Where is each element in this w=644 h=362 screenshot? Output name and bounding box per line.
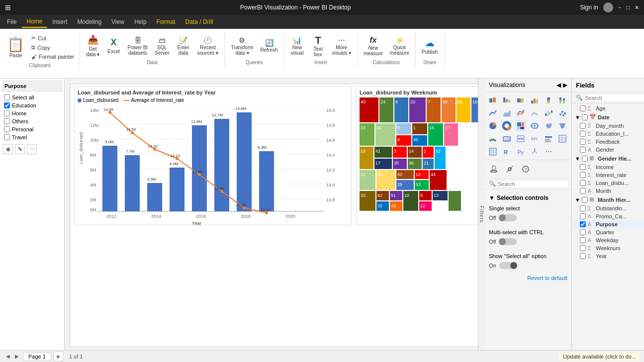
- viz-scatter[interactable]: [556, 107, 568, 119]
- quick-measure-button[interactable]: ⚡ Quickmeasure: [387, 32, 412, 60]
- bar-2019[interactable]: [259, 151, 274, 211]
- sign-in-button[interactable]: Sign in: [580, 4, 598, 11]
- filter-travel-checkbox[interactable]: [4, 134, 10, 140]
- filters-toggle[interactable]: Filters: [478, 79, 485, 350]
- viz-ribbon[interactable]: [529, 107, 541, 119]
- filter-action-edit[interactable]: ✎: [15, 144, 25, 154]
- new-visual-button[interactable]: 📊 Newvisual: [287, 32, 307, 60]
- field-age[interactable]: Σ Age: [572, 104, 644, 112]
- excel-button[interactable]: X Excel: [104, 32, 124, 60]
- viz-analytics-icon[interactable]: [503, 162, 517, 176]
- viz-more[interactable]: ⋯: [543, 146, 554, 158]
- field-month[interactable]: A Month: [572, 187, 644, 195]
- field-gender-checkbox[interactable]: [580, 147, 586, 153]
- viz-back-icon[interactable]: ◀: [556, 82, 561, 89]
- field-interest-rate[interactable]: Σ Interest_rate: [572, 171, 644, 179]
- field-interest-rate-checkbox[interactable]: [580, 172, 586, 178]
- viz-treemap[interactable]: [515, 120, 527, 132]
- format-painter-button[interactable]: 🖌 Format painter: [29, 53, 77, 61]
- field-loan-disbursed-checkbox[interactable]: [580, 180, 586, 186]
- filter-action-filter[interactable]: ⊗: [3, 144, 13, 154]
- menu-item-format[interactable]: Format: [152, 16, 181, 27]
- field-gender-hier-checkbox[interactable]: [582, 156, 588, 162]
- viz-line-stacked[interactable]: [515, 107, 527, 119]
- bar-2014[interactable]: [147, 183, 162, 211]
- text-box-button[interactable]: T Textbox: [308, 32, 328, 60]
- viz-clustered-bar[interactable]: [501, 94, 513, 106]
- field-day-month[interactable]: Σ Day_month: [572, 122, 644, 130]
- field-weeknum-checkbox[interactable]: [580, 245, 586, 251]
- get-data-button[interactable]: 📥 Getdata ▾: [83, 32, 103, 60]
- field-weekday-checkbox[interactable]: [580, 237, 586, 243]
- field-income[interactable]: Σ Income: [572, 163, 644, 171]
- menu-item-data-drill[interactable]: Data / Drill: [181, 16, 218, 27]
- filter-personal-checkbox[interactable]: [4, 126, 10, 132]
- viz-multi-row-card[interactable]: [515, 133, 527, 145]
- field-promo-ca-checkbox[interactable]: [580, 213, 586, 219]
- enter-data-button[interactable]: 📝 Enterdata: [174, 32, 193, 60]
- cut-button[interactable]: ✂ Cut: [29, 34, 77, 42]
- field-day-month-checkbox[interactable]: [580, 123, 586, 129]
- field-month-hier-checkbox[interactable]: [582, 197, 588, 203]
- menu-item-modeling[interactable]: Modeling: [72, 16, 106, 27]
- show-select-all-toggle[interactable]: On: [489, 262, 567, 269]
- viz-format-icon[interactable]: [487, 162, 501, 176]
- menu-item-home[interactable]: Home: [21, 16, 47, 28]
- viz-funnel[interactable]: [556, 120, 568, 132]
- filter-select-all-checkbox[interactable]: [4, 94, 10, 100]
- publish-button[interactable]: ☁ Publish: [419, 32, 441, 60]
- power-bi-datasets-button[interactable]: 🗄 Power BIdatasets: [125, 32, 151, 60]
- field-group-gender-hier[interactable]: ▼ ⊞ Gender Hie...: [572, 154, 644, 163]
- viz-stacked-column[interactable]: [543, 94, 554, 106]
- field-purpose[interactable]: A Purpose: [572, 220, 644, 228]
- field-outstanding-checkbox[interactable]: [580, 205, 586, 211]
- viz-table[interactable]: [556, 133, 568, 145]
- more-visuals-button[interactable]: ⋯ Morevisuals ▾: [329, 32, 354, 60]
- filter-action-more[interactable]: ⋯: [27, 144, 37, 154]
- viz-slicer[interactable]: [543, 133, 554, 145]
- minimize-button[interactable]: −: [618, 4, 621, 10]
- filter-others-checkbox[interactable]: [4, 118, 10, 124]
- filter-home-checkbox[interactable]: [4, 110, 10, 116]
- viz-line[interactable]: [487, 107, 499, 119]
- bar-2017[interactable]: [214, 119, 229, 211]
- add-page-button[interactable]: +: [53, 352, 63, 362]
- copy-button[interactable]: ⧉ Copy: [29, 43, 77, 52]
- multi-select-toggle[interactable]: Off: [489, 238, 567, 245]
- close-button[interactable]: ✕: [635, 4, 639, 11]
- viz-question-icon[interactable]: ?: [519, 162, 533, 176]
- viz-gauge[interactable]: [487, 133, 499, 145]
- bar-2013[interactable]: [125, 155, 140, 211]
- viz-pie[interactable]: [487, 120, 499, 132]
- bar-2015[interactable]: [170, 168, 184, 211]
- user-avatar[interactable]: [603, 2, 613, 12]
- recent-sources-button[interactable]: 🕐 Recentsources ▾: [194, 32, 222, 60]
- revert-to-default-button[interactable]: Revert to default: [489, 273, 567, 283]
- field-education[interactable]: Σ Education_l...: [572, 130, 644, 138]
- multi-select-track[interactable]: [499, 238, 517, 245]
- menu-item-insert[interactable]: Insert: [47, 16, 72, 27]
- single-select-track[interactable]: [499, 214, 517, 221]
- viz-filled-map[interactable]: [543, 120, 554, 132]
- paste-button[interactable]: 📋 Paste: [3, 32, 28, 63]
- menu-item-help[interactable]: Help: [129, 16, 152, 27]
- fields-search-input[interactable]: [585, 95, 644, 101]
- menu-item-file[interactable]: File: [2, 16, 21, 27]
- single-select-toggle[interactable]: Off: [489, 214, 567, 221]
- field-feedback[interactable]: Σ Feedback: [572, 138, 644, 146]
- update-banner[interactable]: Update available (click to do...: [559, 353, 640, 361]
- selection-controls-title[interactable]: ▼ Selection controls: [489, 192, 567, 203]
- viz-100-stacked-column[interactable]: [556, 94, 568, 106]
- show-select-all-track[interactable]: [499, 262, 517, 269]
- field-purpose-checkbox[interactable]: [580, 221, 586, 227]
- transform-data-button[interactable]: ⚙ Transformdata ▾: [228, 32, 256, 60]
- viz-python[interactable]: Py: [515, 146, 527, 158]
- menu-item-view[interactable]: View: [106, 16, 129, 27]
- maximize-button[interactable]: □: [626, 4, 630, 10]
- filter-education-checkbox[interactable]: [4, 102, 10, 108]
- viz-100-stacked-bar[interactable]: [515, 94, 527, 106]
- field-weeknum[interactable]: Σ Weeknum: [572, 244, 644, 252]
- viz-kpi[interactable]: KPI: [529, 133, 541, 145]
- bar-2016[interactable]: [192, 125, 207, 211]
- field-income-checkbox[interactable]: [580, 164, 586, 170]
